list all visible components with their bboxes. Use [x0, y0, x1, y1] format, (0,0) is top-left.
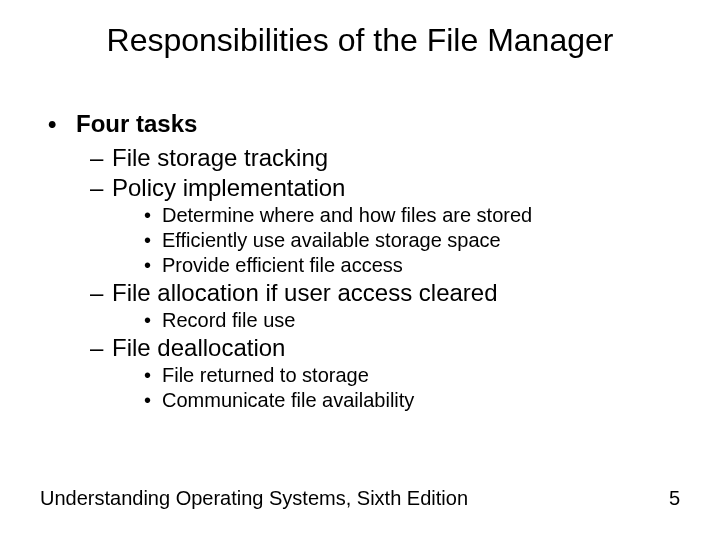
bullet-text: Communicate file availability: [162, 389, 414, 411]
bullet-text: Efficiently use available storage space: [162, 229, 501, 251]
page-number: 5: [669, 487, 680, 510]
bullet-text: Provide efficient file access: [162, 254, 403, 276]
bullet-text: File deallocation: [112, 334, 285, 361]
bullet-marker-dash: –: [90, 279, 112, 307]
bullet-text: File storage tracking: [112, 144, 328, 171]
slide-content: •Four tasks –File storage tracking –Poli…: [48, 110, 672, 414]
bullet-marker-dash: –: [90, 174, 112, 202]
bullet-marker-dot: •: [144, 229, 162, 252]
bullet-marker-disc: •: [48, 110, 76, 138]
bullet-text: Determine where and how files are stored: [162, 204, 532, 226]
bullet-level2: –File deallocation: [48, 334, 672, 362]
bullet-marker-dot: •: [144, 364, 162, 387]
bullet-marker-dash: –: [90, 334, 112, 362]
bullet-text: Policy implementation: [112, 174, 345, 201]
bullet-level2: –Policy implementation: [48, 174, 672, 202]
bullet-text: Four tasks: [76, 110, 197, 137]
footer-source: Understanding Operating Systems, Sixth E…: [40, 487, 468, 510]
bullet-level3: •Determine where and how files are store…: [48, 204, 672, 227]
bullet-marker-dot: •: [144, 204, 162, 227]
bullet-level2: –File allocation if user access cleared: [48, 279, 672, 307]
bullet-level1: •Four tasks: [48, 110, 672, 138]
slide-title: Responsibilities of the File Manager: [0, 22, 720, 59]
bullet-level3: •Record file use: [48, 309, 672, 332]
bullet-text: File returned to storage: [162, 364, 369, 386]
bullet-level3: •Provide efficient file access: [48, 254, 672, 277]
slide: Responsibilities of the File Manager •Fo…: [0, 0, 720, 540]
bullet-text: Record file use: [162, 309, 295, 331]
bullet-marker-dot: •: [144, 389, 162, 412]
bullet-marker-dash: –: [90, 144, 112, 172]
bullet-level3: •File returned to storage: [48, 364, 672, 387]
bullet-level3: •Communicate file availability: [48, 389, 672, 412]
bullet-level3: •Efficiently use available storage space: [48, 229, 672, 252]
bullet-text: File allocation if user access cleared: [112, 279, 498, 306]
bullet-marker-dot: •: [144, 254, 162, 277]
bullet-marker-dot: •: [144, 309, 162, 332]
bullet-level2: –File storage tracking: [48, 144, 672, 172]
